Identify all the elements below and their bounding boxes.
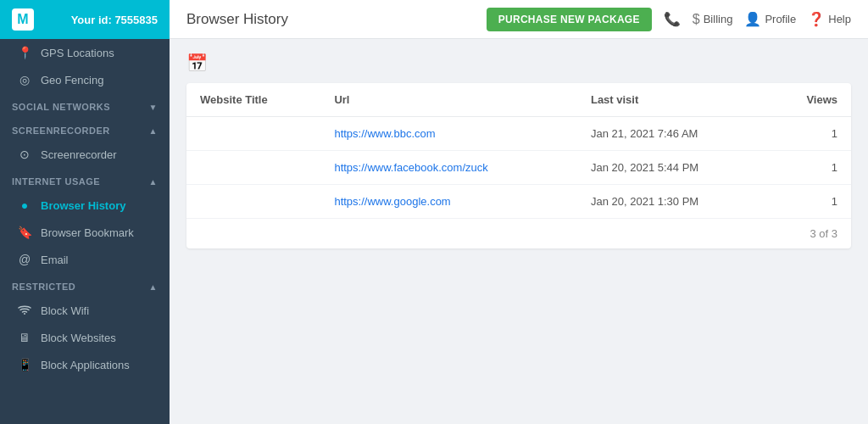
sidebar-item-label: Screenrecorder [41,148,117,161]
sidebar: M Your id: 7555835 📍 GPS Locations ◎ Geo… [0,0,170,424]
sidebar-item-geo-fencing[interactable]: ◎ Geo Fencing [0,66,170,93]
sidebar-item-label: Block Applications [41,359,130,371]
user-id-label: Your id: 7555835 [71,14,158,26]
profile-label: Profile [765,13,796,25]
logo: M [12,8,34,31]
cell-last-visit: Jan 20, 2021 1:30 PM [577,185,769,219]
table-pagination: 3 of 3 [186,218,851,248]
sidebar-item-label: Email [41,254,69,266]
sidebar-item-label: Block Websites [41,332,116,344]
email-icon: @ [17,253,32,266]
section-label: SCREENRECORDER [12,126,110,136]
cell-views: 1 [769,185,851,219]
url-link[interactable]: https://www.bbc.com [334,127,435,140]
topbar: Browser History PURCHASE NEW PACKAGE 📞 $… [170,0,868,39]
col-url: Url [320,83,577,117]
bookmark-icon: 🔖 [17,226,32,239]
browser-history-table: Website Title Url Last visit Views https… [186,83,851,218]
sidebar-item-block-wifi[interactable]: Block Wifi [0,297,170,324]
table-row: https://www.google.com Jan 20, 2021 1:30… [186,185,851,219]
sidebar-item-browser-history[interactable]: ● Browser History [0,192,170,219]
cell-last-visit: Jan 20, 2021 5:44 PM [577,151,769,185]
calendar-icon-wrap: 📅 [186,53,851,73]
cell-website-title [186,185,320,219]
topbar-actions: PURCHASE NEW PACKAGE 📞 $ Billing 👤 Profi… [487,8,851,31]
url-link[interactable]: https://www.facebook.com/zuck [334,161,487,174]
profile-icon: 👤 [744,11,761,27]
purchase-package-button[interactable]: PURCHASE NEW PACKAGE [487,8,652,31]
cell-views: 1 [769,117,851,151]
svg-point-0 [24,313,25,315]
sidebar-item-screenrecorder[interactable]: ⊙ Screenrecorder [0,141,170,168]
sidebar-item-block-websites[interactable]: 🖥 Block Websites [0,324,170,351]
billing-group[interactable]: $ Billing [693,12,733,27]
table-header-row: Website Title Url Last visit Views [186,83,851,117]
help-icon: ❓ [808,11,825,27]
sidebar-item-label: Block Wifi [41,304,89,317]
url-link[interactable]: https://www.google.com [334,195,450,208]
section-restricted[interactable]: RESTRICTED ▲ [0,273,170,297]
sidebar-header: M Your id: 7555835 [0,0,170,39]
billing-label: Billing [704,13,733,25]
page-title: Browser History [186,11,288,28]
phone-group[interactable]: 📞 [664,11,681,27]
sidebar-item-gps-locations[interactable]: 📍 GPS Locations [0,39,170,66]
sidebar-item-label: GPS Locations [41,47,114,59]
sidebar-item-browser-bookmark[interactable]: 🔖 Browser Bookmark [0,219,170,246]
cell-last-visit: Jan 21, 2021 7:46 AM [577,117,769,151]
wifi-icon [17,304,32,317]
block-apps-icon: 📱 [17,358,32,371]
phone-icon: 📞 [664,11,681,27]
chevron-up-icon: ▲ [149,282,158,292]
col-last-visit: Last visit [577,83,769,117]
location-icon: 📍 [17,46,32,59]
section-social-networks[interactable]: SOCIAL NETWORKS ▼ [0,93,170,117]
sidebar-item-label: Geo Fencing [41,74,103,86]
section-label: SOCIAL NETWORKS [12,102,110,112]
cell-website-title [186,117,320,151]
block-websites-icon: 🖥 [17,331,32,344]
sidebar-item-email[interactable]: @ Email [0,246,170,273]
col-views: Views [769,83,851,117]
profile-group[interactable]: 👤 Profile [744,11,796,27]
browser-history-table-card: Website Title Url Last visit Views https… [186,83,851,248]
sidebar-item-block-applications[interactable]: 📱 Block Applications [0,351,170,378]
cell-website-title [186,151,320,185]
table-row: https://www.bbc.com Jan 21, 2021 7:46 AM… [186,117,851,151]
section-label: RESTRICTED [12,282,75,292]
help-group[interactable]: ❓ Help [808,11,851,27]
screenrecorder-icon: ⊙ [17,148,32,161]
cell-views: 1 [769,151,851,185]
chevron-down-icon: ▼ [149,103,158,112]
section-label: INTERNET USAGE [12,176,100,187]
chevron-up-icon: ▲ [149,126,158,136]
col-website-title: Website Title [186,83,320,117]
sidebar-item-label: Browser History [41,199,125,212]
cell-url[interactable]: https://www.facebook.com/zuck [320,151,577,185]
calendar-icon[interactable]: 📅 [186,53,208,72]
help-label: Help [828,13,851,25]
geofence-icon: ◎ [17,73,32,86]
sidebar-item-label: Browser Bookmark [41,226,134,239]
browser-history-icon: ● [17,198,32,212]
table-row: https://www.facebook.com/zuck Jan 20, 20… [186,151,851,185]
billing-icon: $ [693,12,700,27]
content-area: 📅 Website Title Url Last visit Views htt… [170,39,868,424]
section-internet-usage[interactable]: INTERNET USAGE ▲ [0,168,170,192]
section-screenrecorder[interactable]: SCREENRECORDER ▲ [0,117,170,141]
main-content: Browser History PURCHASE NEW PACKAGE 📞 $… [170,0,868,424]
cell-url[interactable]: https://www.bbc.com [320,117,577,151]
cell-url[interactable]: https://www.google.com [320,185,577,219]
pagination-label: 3 of 3 [810,227,837,240]
chevron-up-icon: ▲ [149,177,158,187]
